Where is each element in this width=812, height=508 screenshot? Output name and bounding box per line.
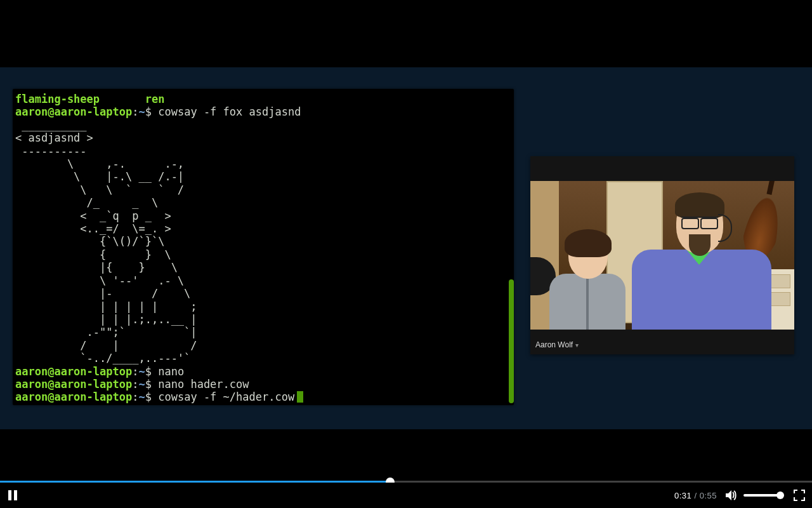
webcam-panel: Aaron Wolf▾: [530, 156, 794, 354]
terminal-window[interactable]: flaming-sheep ren aaron@aaron-laptop:~$ …: [13, 89, 514, 405]
video-controls: 0:31 / 0:55: [0, 483, 812, 508]
fullscreen-button[interactable]: [787, 483, 812, 508]
fullscreen-icon: [794, 490, 805, 501]
terminal-scrollbar[interactable]: [509, 279, 514, 403]
webcam-video: [530, 181, 794, 330]
terminal-output: flaming-sheep ren aaron@aaron-laptop:~$ …: [13, 89, 514, 404]
volume-button[interactable]: [721, 483, 741, 508]
svg-rect-0: [8, 490, 11, 500]
volume-slider[interactable]: [743, 494, 780, 497]
pause-button[interactable]: [0, 483, 25, 508]
svg-rect-1: [14, 490, 17, 500]
webcam-caption: Aaron Wolf▾: [535, 340, 579, 349]
terminal-cursor: [297, 391, 303, 403]
pause-icon: [7, 490, 18, 501]
volume-icon: [724, 489, 737, 502]
caption-dropdown-icon[interactable]: ▾: [575, 342, 579, 349]
time-display: 0:31 / 0:55: [674, 491, 721, 500]
